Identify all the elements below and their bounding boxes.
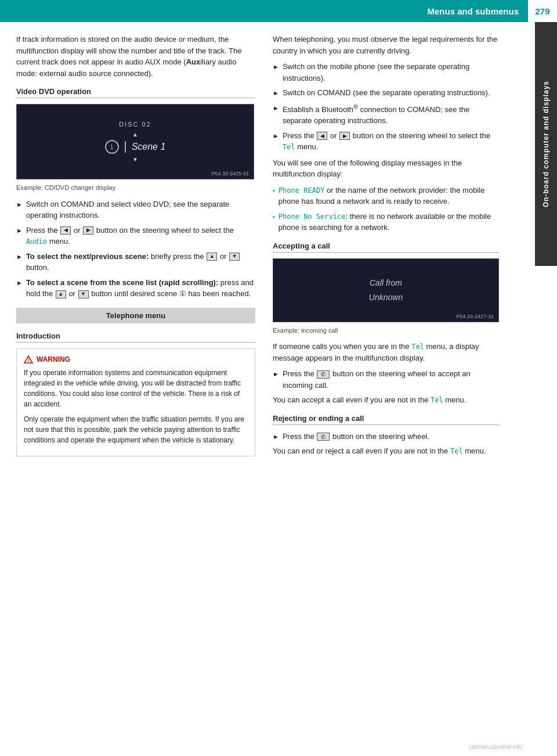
tel-term-3: Tel [450, 447, 463, 455]
sidebar-tab: On-board computer and displays [535, 22, 557, 266]
accepting-call-heading: Accepting a call [273, 242, 499, 253]
call-caption: Example: incoming call [273, 326, 499, 336]
right-intro: When telephoning, you must observe the l… [273, 34, 499, 56]
dvd-bullet-3-text: To select the next/previous scene: brief… [26, 251, 255, 273]
right-bullet-2: ► Switch on COMAND (see the separate ope… [273, 87, 499, 99]
display-messages-intro: You will see one of the following displa… [273, 157, 499, 180]
dvd-caption: Example: CD/DVD changer display [16, 183, 255, 193]
call-from-label: Call from [369, 276, 403, 290]
dvd-down-arrow-icon: ▼ [132, 156, 138, 163]
dot-bullet-2-text: Phone No Service: there is no network av… [278, 211, 499, 233]
reject-call-bullet-text: Press the ✆ button on the steering wheel… [283, 431, 429, 442]
tel-term-1: Tel [411, 343, 424, 351]
warning-box: ! WARNING If you operate information sys… [16, 348, 255, 456]
call-display-text: Call from Unknown [369, 276, 403, 305]
bullet-arrow-icon: ► [16, 278, 23, 288]
up-hold-button-icon: ▲ [56, 290, 66, 298]
forward-button-icon: ▶ [83, 226, 93, 235]
fwd-btn-icon: ▶ [339, 132, 350, 140]
warning-triangle-icon: ! [24, 355, 33, 364]
bullet-arrow-icon: ► [273, 88, 279, 98]
bullet-arrow-icon: ► [16, 226, 23, 236]
right-bullet-2-text: Switch on COMAND (see the separate opera… [283, 87, 490, 99]
video-dvd-heading: Video DVD operation [16, 87, 255, 98]
down-button-icon: ▼ [229, 253, 240, 261]
accept-call-bullet-text: Press the ✆ button on the steering wheel… [283, 368, 499, 391]
right-bullet-1: ► Switch on the mobile phone (see the se… [273, 61, 499, 84]
bullet-arrow-icon: ► [273, 103, 279, 113]
phone-no-service-term: Phone No Service [278, 213, 346, 221]
telephone-menu-label: Telephone menu [106, 311, 165, 320]
back-btn-icon: ◀ [317, 132, 327, 140]
dvd-display-image: DISC 02 ▲ 1 Scene 1 ▼ P54.33-2425-31 [16, 104, 254, 179]
bullet-arrow-icon: ► [273, 131, 279, 141]
bullet-arrow-icon: ► [273, 369, 279, 379]
call-display-image: Call from Unknown P54.33-2427-31 [273, 258, 499, 322]
right-bullet-3: ► Establish a Bluetooth® connection to C… [273, 102, 499, 127]
dvd-up-arrow-icon: ▲ [132, 131, 138, 138]
phone-ready-term: Phone READY [278, 186, 324, 195]
rejecting-call-heading: Rejecting or ending a call [273, 414, 499, 425]
accept-call-button-icon: ✆ [317, 370, 330, 379]
dvd-bullet-1: ► Switch on COMAND and select video DVD;… [16, 199, 255, 221]
right-bullet-4: ► Press the ◀ or ▶ button on the steerin… [273, 130, 499, 153]
header-title: Menus and submenus [0, 6, 528, 16]
svg-text:!: ! [28, 358, 30, 363]
dot-icon: • [273, 212, 275, 222]
warning-para-1: If you operate information systems and c… [24, 368, 248, 409]
warning-title: ! WARNING [24, 355, 248, 364]
reject-call-button-icon: ✆ [317, 433, 330, 441]
dvd-scene-number: 1 [105, 140, 119, 154]
dvd-bullet-2-text: Press the ◀ or ▶ button on the steering … [26, 225, 255, 247]
dvd-scene-label: Scene 1 [132, 142, 166, 152]
accept-call-bullet: ► Press the ✆ button on the steering whe… [273, 368, 499, 391]
introduction-heading: Introduction [16, 332, 255, 343]
back-button-icon: ◀ [60, 226, 71, 235]
accepting-para-1: If someone calls you when you are in the… [273, 341, 499, 363]
dvd-separator [125, 141, 126, 153]
telephone-menu-box: Telephone menu [16, 308, 255, 323]
up-button-icon: ▲ [207, 253, 217, 261]
bullet-arrow-icon: ► [273, 432, 279, 442]
tel-menu-term: Tel [283, 143, 295, 151]
main-content: If track information is stored on the au… [0, 22, 528, 474]
sidebar-label: On-board computer and displays [542, 81, 550, 207]
left-column: If track information is stored on the au… [0, 34, 267, 474]
header-bar: Menus and submenus 279 [0, 0, 557, 22]
tel-term-2: Tel [431, 396, 443, 404]
right-bullet-4-text: Press the ◀ or ▶ button on the steering … [283, 130, 499, 153]
call-unknown-label: Unknown [369, 290, 403, 305]
call-ref-code: P54.33-2427-31 [456, 314, 494, 319]
watermark: carmanualonline.info [469, 744, 522, 750]
aux-bold: Aux [186, 57, 201, 66]
reject-call-bullet: ► Press the ✆ button on the steering whe… [273, 431, 499, 442]
rejecting-para: You can end or reject a call even if you… [273, 445, 499, 457]
right-bullet-1-text: Switch on the mobile phone (see the sepa… [283, 61, 499, 84]
dvd-bullet-1-text: Switch on COMAND and select video DVD; s… [26, 199, 255, 221]
dot-bullet-1: • Phone READY or the name of the network… [273, 185, 499, 207]
dvd-disc-label: DISC 02 [119, 121, 151, 128]
down-hold-button-icon: ▼ [78, 290, 89, 298]
dvd-ref-code: P54.33-2425-31 [211, 171, 249, 177]
bullet-arrow-icon: ► [273, 62, 279, 72]
intro-paragraph: If track information is stored on the au… [16, 34, 255, 79]
accepting-para-2: You can accept a call even if you are no… [273, 394, 499, 406]
dot-bullet-2: • Phone No Service: there is no network … [273, 211, 499, 233]
audio-menu-term: Audio [26, 237, 47, 246]
right-bullet-3-text: Establish a Bluetooth® connection to COM… [283, 102, 499, 127]
page-number: 279 [528, 0, 557, 22]
dot-bullet-1-text: Phone READY or the name of the network p… [278, 185, 499, 207]
bullet-arrow-icon: ► [16, 252, 23, 262]
dvd-bullet-2: ► Press the ◀ or ▶ button on the steerin… [16, 225, 255, 247]
right-column: When telephoning, you must observe the l… [267, 34, 511, 474]
bullet-arrow-icon: ► [16, 200, 23, 210]
dvd-bullet-4-text: To select a scene from the scene list (r… [26, 277, 255, 300]
dot-icon: • [273, 186, 275, 196]
dvd-bullet-3: ► To select the next/previous scene: bri… [16, 251, 255, 273]
dvd-bullet-4: ► To select a scene from the scene list … [16, 277, 255, 300]
warning-para-2: Only operate the equipment when the traf… [24, 414, 248, 445]
